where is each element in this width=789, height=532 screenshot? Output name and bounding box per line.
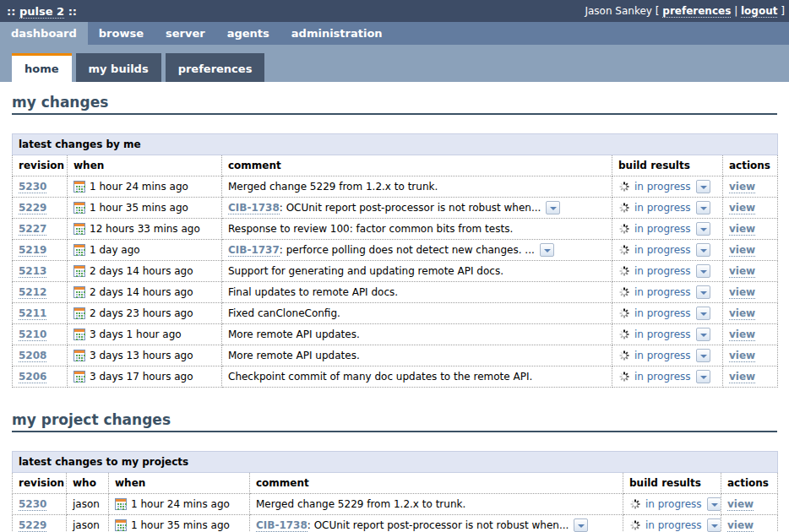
when-cell: 2 days 23 hours ago: [68, 303, 222, 324]
spinner-icon: [618, 307, 630, 319]
comment-text: Fixed canCloneConfig.: [228, 307, 340, 319]
table-caption: latest changes by me: [13, 134, 778, 155]
build-status-link[interactable]: in progress: [634, 244, 691, 256]
revision-link[interactable]: 5229: [19, 202, 46, 214]
when-text: 1 day ago: [90, 244, 140, 256]
build-results-dropdown[interactable]: [696, 201, 710, 214]
my-changes-title: my changes: [12, 94, 777, 115]
col-header-actions: actions: [721, 473, 778, 494]
build-status-link[interactable]: in progress: [634, 286, 691, 298]
view-action-link[interactable]: view: [729, 202, 755, 214]
logout-link[interactable]: logout: [741, 5, 777, 18]
view-action-link[interactable]: view: [729, 286, 755, 299]
build-status-link[interactable]: in progress: [645, 519, 702, 531]
revision-link[interactable]: 5212: [19, 286, 46, 299]
view-action-link[interactable]: view: [729, 181, 755, 193]
issue-link[interactable]: CIB-1738: [256, 519, 307, 532]
calendar-dots: [76, 186, 78, 187]
build-results-cell: in progress: [612, 282, 723, 303]
nav-item-server[interactable]: server: [155, 22, 216, 45]
calendar-icon: [73, 244, 85, 256]
view-action-link[interactable]: view: [729, 265, 755, 278]
build-status-link[interactable]: in progress: [634, 350, 691, 361]
comment-expand-button[interactable]: [540, 243, 554, 257]
actions-cell: view: [723, 198, 778, 219]
revision-link[interactable]: 5210: [19, 328, 46, 341]
revision-cell: 5210: [13, 324, 68, 345]
col-header-when: when: [109, 473, 250, 494]
tab-home[interactable]: home: [12, 53, 72, 82]
build-results-dropdown[interactable]: [696, 285, 710, 299]
pulse-home-link[interactable]: pulse 2: [19, 5, 64, 19]
revision-link[interactable]: 5213: [19, 265, 46, 278]
build-status-link[interactable]: in progress: [634, 307, 691, 319]
calendar-dots: [76, 249, 78, 251]
view-action-link[interactable]: view: [729, 350, 755, 362]
build-results-dropdown[interactable]: [696, 180, 710, 193]
revision-link[interactable]: 5230: [19, 181, 46, 193]
calendar-icon: [73, 223, 85, 235]
nav-item-browse[interactable]: browse: [88, 22, 155, 45]
view-action-link[interactable]: view: [727, 498, 754, 511]
view-action-link[interactable]: view: [727, 519, 754, 532]
issue-link[interactable]: CIB-1738: [228, 202, 280, 214]
build-results-dropdown[interactable]: [696, 370, 710, 383]
nav-item-dashboard[interactable]: dashboard: [0, 22, 88, 45]
calendar-icon: [115, 519, 127, 531]
nav-item-agents[interactable]: agents: [216, 22, 280, 45]
spinner-icon: [618, 350, 630, 361]
build-results-dropdown[interactable]: [696, 264, 710, 278]
revision-link[interactable]: 5229: [19, 519, 46, 532]
revision-link[interactable]: 5208: [19, 350, 46, 362]
when-text: 2 days 23 hours ago: [90, 307, 193, 319]
build-results-dropdown[interactable]: [707, 497, 721, 511]
calendar-icon: [73, 328, 85, 340]
build-results-dropdown[interactable]: [696, 222, 710, 236]
view-action-link[interactable]: view: [729, 371, 755, 383]
topbar: :: pulse 2 :: Jason Sankey [ preferences…: [0, 0, 789, 22]
view-action-link[interactable]: view: [729, 328, 755, 341]
comment-cell: CIB-1738: OCUnit report post-processor i…: [222, 198, 612, 219]
spinner-icon: [618, 223, 630, 235]
col-header-actions: actions: [723, 155, 778, 176]
when-cell: 1 hour 24 mins ago: [109, 494, 250, 515]
revision-link[interactable]: 5227: [19, 223, 46, 236]
page-content: my changes latest changes by merevisionw…: [0, 82, 789, 532]
logo-prefix: ::: [7, 5, 15, 18]
view-action-link[interactable]: view: [729, 307, 755, 320]
revision-link[interactable]: 5206: [19, 371, 46, 383]
revision-link[interactable]: 5211: [19, 307, 46, 320]
issue-link[interactable]: CIB-1737: [228, 244, 280, 257]
tab-preferences[interactable]: preferences: [166, 53, 265, 82]
build-status-link[interactable]: in progress: [634, 265, 691, 277]
build-status-link[interactable]: in progress: [634, 371, 691, 383]
view-action-link[interactable]: view: [729, 244, 755, 257]
build-results-dropdown[interactable]: [696, 328, 710, 341]
when-cell: 1 hour 24 mins ago: [68, 176, 222, 198]
revision-link[interactable]: 5219: [19, 244, 46, 257]
my-project-changes-title: my project changes: [12, 411, 777, 432]
bracket-open: [: [656, 5, 660, 17]
preferences-link[interactable]: preferences: [662, 5, 731, 18]
comment-expand-button[interactable]: [546, 201, 560, 214]
view-action-link[interactable]: view: [729, 223, 755, 236]
col-header-when: when: [68, 155, 222, 176]
build-results-dropdown[interactable]: [696, 307, 710, 320]
build-status-link[interactable]: in progress: [645, 498, 702, 510]
when-text: 3 days 13 hours ago: [90, 350, 193, 361]
build-status-link[interactable]: in progress: [634, 181, 691, 193]
calendar-dots: [76, 270, 78, 272]
build-results-dropdown[interactable]: [696, 349, 710, 362]
tab-my-builds[interactable]: my builds: [76, 53, 161, 82]
who-cell: jason: [67, 515, 109, 532]
revision-link[interactable]: 5230: [19, 498, 46, 511]
build-status-link[interactable]: in progress: [634, 223, 691, 235]
comment-expand-button[interactable]: [574, 518, 588, 532]
build-status-link[interactable]: in progress: [634, 328, 691, 340]
nav-item-administration[interactable]: administration: [280, 22, 394, 45]
calendar-dots: [76, 291, 78, 293]
build-status-link[interactable]: in progress: [634, 202, 691, 214]
when-cell: 3 days 17 hours ago: [68, 366, 222, 388]
build-results-dropdown[interactable]: [696, 243, 710, 257]
build-results-dropdown[interactable]: [707, 518, 721, 532]
